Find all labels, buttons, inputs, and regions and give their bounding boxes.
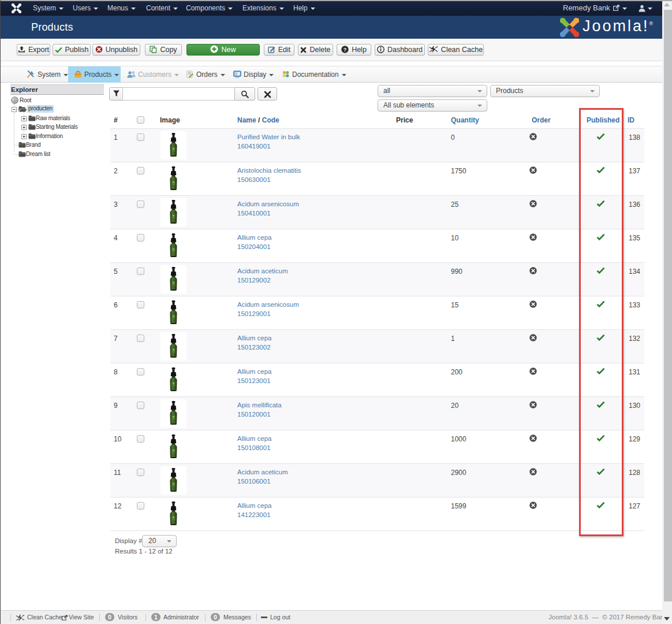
svg-text:?: ?	[344, 47, 347, 53]
